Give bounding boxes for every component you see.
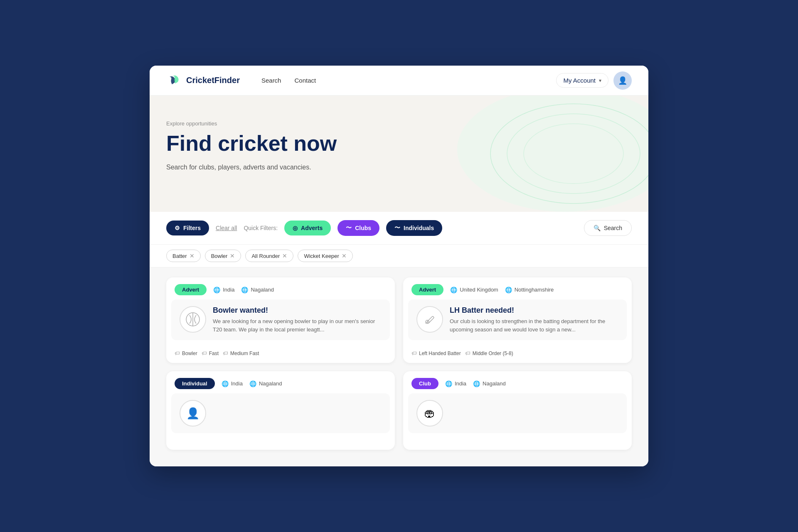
filters-button[interactable]: ⚙ Filters: [166, 221, 209, 235]
individuals-filter-button[interactable]: 〜 Individuals: [386, 220, 442, 236]
card-header: Advert 🌐 India 🌐 Nagaland: [166, 277, 395, 299]
search-label: Search: [604, 225, 622, 231]
avatar-image: 👤: [618, 76, 627, 85]
search-icon: 🔍: [594, 225, 601, 231]
clubs-label: Clubs: [355, 225, 371, 231]
card-content: LH Batter needed! Our club is looking to…: [450, 306, 618, 333]
card-region: 🌐 Nagaland: [473, 380, 506, 387]
logo[interactable]: CricketFinder: [166, 73, 240, 88]
country-label: India: [231, 380, 243, 387]
card-bowler-wanted[interactable]: Advert 🌐 India 🌐 Nagaland: [166, 277, 395, 363]
card-tags: [166, 438, 395, 450]
remove-allrounder-icon[interactable]: ✕: [282, 253, 287, 259]
individuals-label: Individuals: [404, 225, 434, 231]
card-badge-club: Club: [411, 378, 438, 389]
search-button[interactable]: 🔍 Search: [584, 220, 632, 236]
globe-icon: 🌐: [213, 287, 220, 293]
my-account-label: My Account: [563, 77, 596, 84]
tag-label: Middle Order (5-8): [473, 351, 513, 356]
filters-bar: ⚙ Filters Clear all Quick Filters: ◎ Adv…: [150, 212, 648, 245]
svg-point-0: [457, 96, 648, 212]
card-title: LH Batter needed!: [450, 306, 618, 315]
tag-icon: 🏷: [223, 350, 228, 356]
region-icon: 🌐: [473, 380, 480, 387]
card-icon: 👤: [180, 400, 206, 427]
region-label: Nagaland: [251, 287, 274, 293]
card-icon: [416, 306, 443, 333]
region-icon: 🌐: [249, 380, 256, 387]
clear-all-button[interactable]: Clear all: [216, 225, 237, 231]
card-body: Bowler wanted! We are looking for a new …: [171, 299, 390, 340]
card-header: Individual 🌐 India 🌐 Nagaland: [166, 371, 395, 393]
card-badge-individual: Individual: [175, 378, 215, 389]
filter-tag-label: Wicket Keeper: [304, 253, 339, 259]
region-icon: 🌐: [505, 287, 512, 293]
navbar: CricketFinder Search Contact My Account …: [150, 66, 648, 96]
tag-icon: 🏷: [465, 350, 470, 356]
card-tags: [403, 438, 632, 450]
card-description: We are looking for a new opening bowler …: [213, 317, 382, 333]
card-region: 🌐 Nottinghamshire: [505, 287, 554, 293]
card-header: Club 🌐 India 🌐 Nagaland: [403, 371, 632, 393]
nav-contact[interactable]: Contact: [294, 77, 316, 84]
card-description: Our club is looking to strengthen in the…: [450, 317, 618, 333]
remove-wicketkeeper-icon[interactable]: ✕: [342, 253, 347, 259]
tag-icon: 🏷: [202, 350, 207, 356]
globe-icon: 🌐: [445, 380, 452, 387]
tag-label: Bowler: [182, 351, 197, 356]
card-lh-batter[interactable]: Advert 🌐 United Kingdom 🌐 Nottinghamshir…: [403, 277, 632, 363]
tag-icon: 🏷: [175, 350, 180, 356]
brand-name: CricketFinder: [186, 76, 240, 85]
tag-label: Fast: [209, 351, 219, 356]
tag-icon: 🏷: [411, 350, 417, 356]
card-country: 🌐 United Kingdom: [450, 287, 498, 293]
tag-label: Left Handed Batter: [419, 351, 461, 356]
region-label: Nottinghamshire: [515, 287, 554, 293]
filter-tag-label: All Rounder: [251, 253, 280, 259]
card-body: LH Batter needed! Our club is looking to…: [408, 299, 627, 340]
adverts-filter-button[interactable]: ◎ Adverts: [284, 221, 331, 235]
sliders-icon: ⚙: [175, 225, 180, 231]
tag-middle-order: 🏷 Middle Order (5-8): [465, 350, 513, 356]
card-badge-advert: Advert: [411, 284, 443, 295]
cards-section: Advert 🌐 India 🌐 Nagaland: [150, 267, 648, 466]
browser-window: CricketFinder Search Contact My Account …: [150, 66, 648, 466]
nav-search[interactable]: Search: [261, 77, 281, 84]
avatar[interactable]: 👤: [613, 71, 632, 90]
nav-links: Search Contact: [261, 77, 543, 84]
region-icon: 🌐: [241, 287, 248, 293]
card-icon: [180, 306, 206, 333]
region-label: Nagaland: [483, 380, 506, 387]
adverts-icon: ◎: [293, 225, 298, 231]
clubs-filter-button[interactable]: 〜 Clubs: [337, 220, 379, 236]
filter-tag-wicketkeeper[interactable]: Wicket Keeper ✕: [298, 250, 353, 262]
card-club[interactable]: Club 🌐 India 🌐 Nagaland 🏟: [403, 371, 632, 450]
card-tags: 🏷 Bowler 🏷 Fast 🏷 Medium Fast: [166, 345, 395, 363]
quick-filters-label: Quick Filters:: [244, 225, 278, 231]
country-label: India: [223, 287, 234, 293]
card-individual[interactable]: Individual 🌐 India 🌐 Nagaland 👤: [166, 371, 395, 450]
country-label: United Kingdom: [460, 287, 498, 293]
card-icon: 🏟: [416, 400, 443, 427]
my-account-button[interactable]: My Account ▾: [556, 73, 608, 88]
country-label: India: [455, 380, 466, 387]
card-country: 🌐 India: [222, 380, 243, 387]
filter-tag-label: Batter: [172, 253, 187, 259]
tag-medium-fast: 🏷 Medium Fast: [223, 350, 259, 356]
svg-rect-6: [427, 316, 434, 324]
individuals-icon: 〜: [394, 224, 400, 232]
tag-left-handed: 🏷 Left Handed Batter: [411, 350, 461, 356]
card-country: 🌐 India: [213, 287, 234, 293]
remove-bowler-icon[interactable]: ✕: [230, 253, 235, 259]
globe-icon: 🌐: [222, 380, 229, 387]
card-region: 🌐 Nagaland: [249, 380, 282, 387]
tag-fast: 🏷 Fast: [202, 350, 219, 356]
remove-batter-icon[interactable]: ✕: [190, 253, 195, 259]
tag-bowler: 🏷 Bowler: [175, 350, 197, 356]
filter-tag-bowler[interactable]: Bowler ✕: [205, 250, 241, 262]
filter-tag-batter[interactable]: Batter ✕: [166, 250, 201, 262]
filter-tag-allrounder[interactable]: All Rounder ✕: [245, 250, 293, 262]
hero-bg-decoration: [457, 96, 648, 212]
filter-tag-label: Bowler: [211, 253, 228, 259]
clubs-icon: 〜: [346, 224, 352, 232]
